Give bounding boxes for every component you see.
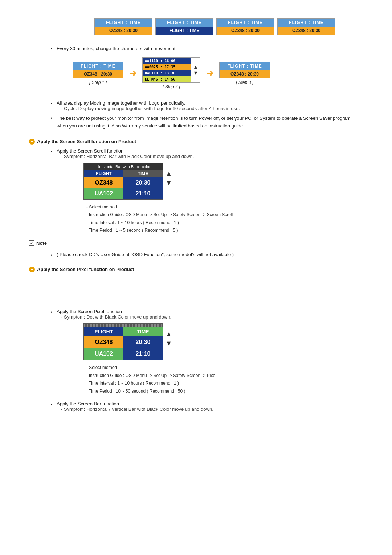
fp2-top: FLIGHT : TIME: [156, 19, 213, 27]
flight-panel-4: FLIGHT : TIME OZ348 : 20:30: [277, 18, 335, 35]
scroll-r1c2: 20:30: [123, 177, 163, 188]
scroll-guide-3: . Time Period : 1 ~ 5 second ( Recommend…: [86, 227, 363, 235]
pixel-table-dot-header: [84, 324, 163, 327]
info-text-1: All area display Moving image together w…: [57, 100, 240, 111]
scroll-section-icon: ●: [29, 139, 35, 145]
scroll-text-1: Apply the Screen Scroll function - Sympt…: [57, 148, 194, 159]
scroll-row2: UA102 21:10: [84, 188, 163, 199]
note-dot: •: [51, 252, 57, 258]
pixel-row2: UA102 21:10: [84, 348, 163, 360]
note-section: ✓ Note: [29, 240, 363, 246]
fp3-top: FLIGHT : TIME: [217, 19, 274, 27]
step3-label: [ Step 3 ]: [219, 80, 270, 85]
pixel-demo-wrap: FLIGHT TIME OZ348 20:30 UA102 21:10 ▲ ▼: [83, 323, 363, 360]
note-bullet: • ( Please check CD's User Guide at "OSD…: [51, 252, 363, 258]
step2-arrows: ▲ ▼: [191, 64, 200, 77]
scroll-bullet-1: • Apply the Screen Scroll function - Sym…: [51, 148, 363, 159]
step2-panel: AA1110 : 16:00 AA0025 : 17:35 OAU110 : 1…: [142, 57, 200, 83]
pixel-r2c2: 21:10: [123, 348, 163, 360]
fp4-top: FLIGHT : TIME: [278, 19, 335, 27]
scroll-col1-header: FLIGHT: [84, 170, 123, 177]
arrow-down: ▼: [193, 70, 199, 76]
note-text: ( Please check CD's User Guide at "OSD F…: [57, 252, 234, 257]
scroll-guide-2: . Time Interval : 1 ~ 10 hours ( Recomme…: [86, 219, 363, 227]
scroll-arrow-down: ▼: [166, 179, 172, 187]
step1-bottom: OZ348 : 20:30: [73, 70, 123, 78]
flight-panel-3: FLIGHT : TIME OZ348 : 20:30: [216, 18, 274, 35]
pixel-r1c1: OZ348: [84, 336, 123, 348]
info-section: • All area display Moving image together…: [51, 100, 363, 130]
step2-line1: AA1110 : 16:00: [143, 58, 191, 64]
fp4-bottom: OZ348 : 20:30: [278, 27, 335, 35]
header-panels-row: FLIGHT : TIME OZ348 : 20:30 FLIGHT : TIM…: [94, 18, 363, 35]
step2-box: AA1110 : 16:00 AA0025 : 17:35 OAU110 : 1…: [142, 57, 200, 89]
info-dot-1: •: [51, 101, 57, 106]
step-bullet-text: Every 30 minutes, change the characters …: [57, 46, 177, 51]
scroll-r1c1: OZ348: [84, 177, 123, 188]
scroll-section-title: Apply the Screen Scroll function on Prod…: [37, 139, 136, 144]
scroll-select-method: - Select method: [86, 203, 363, 211]
step2-line4: KL M45 : 14:56: [143, 76, 191, 82]
scroll-col2-header: TIME: [123, 170, 163, 177]
info-bullet-2: • The best way to protect your monitor f…: [51, 115, 363, 130]
bar-dot: •: [51, 402, 57, 407]
scroll-row1: OZ348 20:30: [84, 177, 163, 188]
pixel-bullet-1: • Apply the Screen Pixel function - Symp…: [51, 309, 363, 320]
step2-label: [ Step 2 ]: [142, 84, 200, 89]
scroll-col-headers: FLIGHT TIME: [84, 170, 163, 177]
note-content: • ( Please check CD's User Guide at "OSD…: [51, 252, 363, 258]
fp1-top: FLIGHT : TIME: [95, 19, 152, 27]
note-checkbox-icon: ✓: [29, 240, 34, 246]
step1-panel: FLIGHT : TIME OZ348 : 20:30: [73, 62, 123, 78]
step1-label: [ Step 1 ]: [73, 80, 123, 85]
note-label: Note: [36, 240, 47, 246]
scroll-table-header: Horizontal Bar with Black color: [84, 163, 163, 170]
scroll-r2c1: UA102: [84, 188, 123, 199]
arrow-1: ➜: [129, 68, 136, 78]
step-section: • Every 30 minutes, change the character…: [51, 46, 363, 89]
scroll-demo-arrows: ▲ ▼: [166, 163, 172, 187]
fp2-bottom: FLIGHT : TIME: [156, 27, 213, 35]
step-bullet-dot: •: [51, 46, 57, 52]
scroll-dot-1: •: [51, 149, 57, 154]
pixel-demo-table: FLIGHT TIME OZ348 20:30 UA102 21:10: [83, 323, 163, 360]
scroll-r2c2: 21:10: [123, 188, 163, 199]
pixel-select-method: - Select method: [86, 364, 363, 372]
pixel-demo-arrows: ▲ ▼: [166, 323, 172, 347]
bar-text: Apply the Screen Bar function - Symptom:…: [57, 401, 213, 412]
step-bullet-line: • Every 30 minutes, change the character…: [51, 46, 363, 52]
pixel-col-headers: FLIGHT TIME: [84, 327, 163, 336]
scroll-guide-1: . Instruction Guide : OSD Menu -> Set Up…: [86, 211, 363, 219]
pixel-arrow-down: ▼: [166, 340, 172, 347]
pixel-content: • Apply the Screen Pixel function - Symp…: [51, 309, 363, 412]
pixel-text-1: Apply the Screen Pixel function - Sympto…: [57, 309, 171, 320]
fp3-bottom: OZ348 : 20:30: [217, 27, 274, 35]
arrow-up: ▲: [193, 64, 199, 70]
pixel-method-section: - Select method . Instruction Guide : OS…: [83, 364, 363, 395]
arrow-2: ➜: [206, 68, 213, 78]
pixel-guide-3: . Time Period : 10 ~ 50 second ( Recomme…: [86, 388, 363, 396]
flight-panel-2: FLIGHT : TIME FLIGHT : TIME: [155, 18, 213, 35]
step2-row1: AA1110 : 16:00 AA0025 : 17:35 OAU110 : 1…: [143, 58, 200, 82]
step1-box: FLIGHT : TIME OZ348 : 20:30 [ Step 1 ]: [73, 62, 123, 85]
step2-line2: AA0025 : 17:35: [143, 64, 191, 70]
step3-box: FLIGHT : TIME OZ348 : 20:30 [ Step 3 ]: [219, 62, 270, 85]
info-text-2: The best way to protect your monitor fro…: [57, 115, 363, 130]
step3-panel: FLIGHT : TIME OZ348 : 20:30: [219, 62, 270, 78]
scroll-arrow-up: ▲: [166, 170, 172, 178]
step1-top: FLIGHT : TIME: [73, 62, 123, 70]
pixel-guide-1: . Instruction Guide : OSD Menu -> Set Up…: [86, 372, 363, 380]
pixel-section-icon: ●: [29, 267, 35, 272]
pixel-arrow-up: ▲: [166, 331, 172, 338]
bar-bullet: • Apply the Screen Bar function - Sympto…: [51, 401, 363, 412]
pixel-r2c1: UA102: [84, 348, 123, 360]
scroll-demo-table: Horizontal Bar with Black color FLIGHT T…: [83, 163, 163, 200]
pixel-guide-2: . Time Interval : 1 ~ 10 hours ( Recomme…: [86, 380, 363, 388]
scroll-method-section: - Select method . Instruction Guide : OS…: [83, 203, 363, 235]
pixel-col1-header: FLIGHT: [84, 327, 123, 336]
pixel-r1c2: 20:30: [123, 336, 163, 348]
pixel-row1: OZ348 20:30: [84, 336, 163, 348]
info-dot-2: •: [51, 116, 57, 121]
step3-top: FLIGHT : TIME: [220, 62, 270, 70]
pixel-col2-header: TIME: [123, 327, 163, 336]
